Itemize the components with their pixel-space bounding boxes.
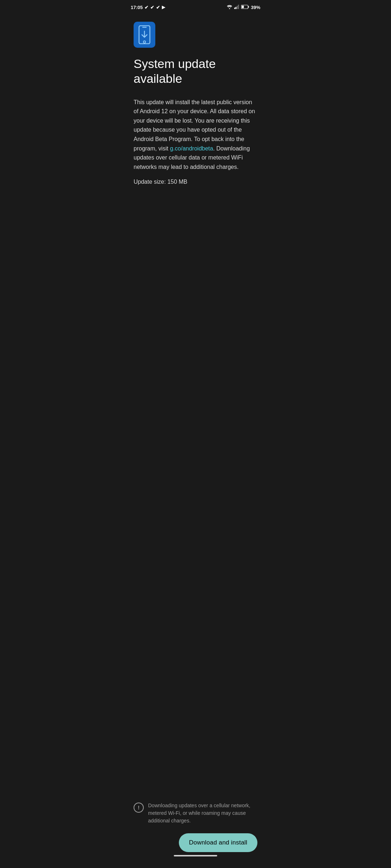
update-size-value: 150 MB: [167, 179, 187, 185]
battery-percentage: 39%: [251, 5, 260, 10]
page-title: System update available: [134, 56, 257, 86]
svg-rect-7: [241, 5, 244, 8]
check-icon-3: ✔: [156, 5, 160, 10]
svg-rect-4: [238, 5, 239, 9]
svg-rect-2: [235, 7, 236, 9]
svg-rect-6: [248, 6, 249, 8]
svg-point-10: [143, 41, 146, 43]
time-display: 17:05: [131, 5, 143, 10]
description-text-part1: This update will install the latest publ…: [134, 99, 255, 152]
update-size-label: Update size:: [134, 179, 166, 185]
update-icon-container: [134, 22, 257, 48]
svg-rect-9: [142, 27, 147, 28]
main-content: System update available This update will…: [125, 13, 266, 185]
update-description: This update will install the latest publ…: [134, 98, 257, 172]
signal-icon: [234, 5, 239, 10]
wifi-icon: [227, 5, 232, 10]
status-right: 39%: [227, 5, 260, 10]
svg-rect-3: [237, 6, 238, 9]
status-bar: 17:05 ✔ ✔ ✔ ▶: [125, 0, 266, 13]
update-size: Update size: 150 MB: [134, 179, 257, 185]
svg-rect-1: [234, 8, 235, 9]
check-icon-1: ✔: [144, 5, 148, 10]
status-left: 17:05 ✔ ✔ ✔ ▶: [131, 5, 165, 10]
svg-point-0: [229, 8, 230, 9]
battery-icon: [241, 5, 249, 10]
camera-icon: ▶: [162, 5, 165, 10]
android-beta-link[interactable]: g.co/androidbeta: [170, 145, 213, 152]
system-update-icon: [138, 25, 151, 44]
check-icon-2: ✔: [150, 5, 154, 10]
